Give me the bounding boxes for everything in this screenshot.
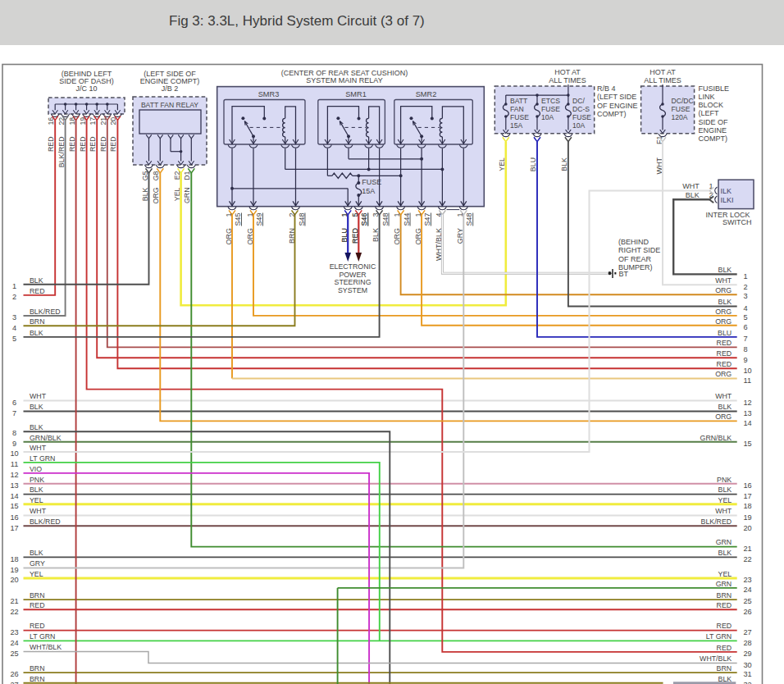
svg-text:24: 24 <box>744 586 752 594</box>
svg-text:FUSE: FUSE <box>672 105 691 113</box>
svg-text:(BEHIND: (BEHIND <box>618 238 650 246</box>
svg-text:WHT: WHT <box>682 182 700 190</box>
svg-text:ILK: ILK <box>721 187 732 195</box>
svg-text:S48: S48 <box>381 213 390 226</box>
svg-text:FUSE: FUSE <box>362 178 381 186</box>
svg-text:15: 15 <box>10 502 18 510</box>
svg-text:19: 19 <box>10 566 18 574</box>
svg-text:R/B 4: R/B 4 <box>597 84 616 93</box>
svg-text:BLK: BLK <box>560 157 568 171</box>
svg-text:SWITCH: SWITCH <box>722 218 752 226</box>
svg-text:120A: 120A <box>672 113 688 121</box>
svg-text:ORG: ORG <box>715 317 732 326</box>
svg-text:OF ENGINE: OF ENGINE <box>597 102 638 110</box>
svg-text:BLK: BLK <box>30 549 43 557</box>
svg-text:10: 10 <box>10 449 18 458</box>
svg-text:BLK/RED: BLK/RED <box>57 137 66 168</box>
svg-text:RED: RED <box>717 339 732 347</box>
svg-text:BLK: BLK <box>30 486 43 494</box>
svg-text:COMPT): COMPT) <box>597 110 627 118</box>
svg-text:BLK/RED: BLK/RED <box>701 518 732 526</box>
svg-text:12: 12 <box>10 471 18 479</box>
svg-text:17: 17 <box>10 524 18 532</box>
svg-text:S48: S48 <box>298 213 306 226</box>
svg-text:GRN: GRN <box>716 580 732 588</box>
svg-text:28: 28 <box>744 639 752 647</box>
svg-text:S47: S47 <box>423 213 431 226</box>
svg-text:11: 11 <box>11 460 19 468</box>
svg-text:S49: S49 <box>255 213 263 226</box>
svg-text:BLU: BLU <box>340 228 349 243</box>
svg-text:RED: RED <box>79 137 87 153</box>
svg-text:2: 2 <box>12 293 16 301</box>
svg-text:26: 26 <box>744 608 752 616</box>
svg-text:POWER: POWER <box>339 271 366 279</box>
svg-text:S46: S46 <box>360 213 368 226</box>
svg-text:BLK: BLK <box>371 228 380 242</box>
svg-text:1: 1 <box>340 213 349 217</box>
svg-text:RED: RED <box>30 622 45 630</box>
svg-text:7: 7 <box>744 335 748 343</box>
svg-text:WHT: WHT <box>715 276 732 285</box>
svg-text:YEL: YEL <box>30 496 43 504</box>
svg-text:BLK: BLK <box>718 549 732 557</box>
svg-text:ORG: ORG <box>715 308 732 316</box>
svg-text:15A: 15A <box>362 187 375 195</box>
svg-text:WHT: WHT <box>30 392 47 400</box>
svg-text:DC/: DC/ <box>572 97 585 105</box>
svg-text:RED: RED <box>717 360 732 368</box>
svg-text:FUSE: FUSE <box>572 113 591 121</box>
svg-text:RED: RED <box>717 601 732 609</box>
svg-text:19: 19 <box>744 513 752 522</box>
svg-text:VIO: VIO <box>30 465 42 473</box>
svg-text:YEL: YEL <box>498 157 506 171</box>
svg-text:SYSTEM: SYSTEM <box>338 286 367 294</box>
svg-text:RED: RED <box>89 137 97 153</box>
svg-text:OF REAR: OF REAR <box>618 255 652 263</box>
svg-text:BLU: BLU <box>718 329 732 337</box>
svg-text:E2: E2 <box>173 171 181 180</box>
svg-text:S44: S44 <box>403 213 411 226</box>
svg-text:HOT AT: HOT AT <box>554 68 581 76</box>
svg-text:RED: RED <box>717 622 732 630</box>
svg-text:BLK: BLK <box>686 191 700 199</box>
svg-text:SMR3: SMR3 <box>258 90 280 98</box>
svg-text:RED: RED <box>717 644 732 652</box>
svg-text:GRN/BLK: GRN/BLK <box>700 434 732 442</box>
svg-text:WHT/BLK: WHT/BLK <box>30 643 62 651</box>
svg-text:22: 22 <box>10 608 18 616</box>
svg-text:GRY: GRY <box>456 228 464 244</box>
svg-text:FUSIBLE: FUSIBLE <box>699 84 730 93</box>
svg-text:27: 27 <box>10 681 18 684</box>
svg-text:16: 16 <box>744 481 752 490</box>
svg-text:RIGHT SIDE: RIGHT SIDE <box>618 246 660 254</box>
svg-text:3: 3 <box>371 213 380 217</box>
svg-text:ORG: ORG <box>715 286 732 294</box>
svg-text:RED: RED <box>99 137 107 153</box>
svg-text:S48: S48 <box>465 213 473 226</box>
svg-text:ALL TIMES: ALL TIMES <box>644 76 681 84</box>
svg-text:20: 20 <box>10 576 18 584</box>
svg-text:25: 25 <box>10 650 18 658</box>
svg-text:BLK/RED: BLK/RED <box>30 308 61 316</box>
svg-text:RED: RED <box>47 137 55 153</box>
svg-text:LT GRN: LT GRN <box>30 454 55 463</box>
svg-text:1: 1 <box>246 213 254 217</box>
svg-text:YEL: YEL <box>718 570 732 578</box>
svg-text:RED: RED <box>30 287 45 295</box>
svg-text:BLK/RED: BLK/RED <box>30 518 61 526</box>
svg-text:25: 25 <box>744 597 752 605</box>
svg-text:D1: D1 <box>183 171 191 180</box>
svg-text:BRN: BRN <box>30 675 45 683</box>
svg-text:YEL: YEL <box>30 570 43 578</box>
svg-text:(LEFT SIDE: (LEFT SIDE <box>597 93 636 101</box>
svg-text:16: 16 <box>10 513 18 522</box>
svg-text:LINK: LINK <box>699 93 715 101</box>
svg-text:11: 11 <box>744 376 752 385</box>
svg-text:BATT: BATT <box>510 97 528 105</box>
svg-text:SYSTEM MAIN RELAY: SYSTEM MAIN RELAY <box>306 76 382 84</box>
svg-text:BLOCK: BLOCK <box>699 101 724 109</box>
svg-text:9: 9 <box>12 440 16 448</box>
svg-text:(LEFT: (LEFT <box>699 109 720 117</box>
svg-text:BLK: BLK <box>718 675 732 683</box>
